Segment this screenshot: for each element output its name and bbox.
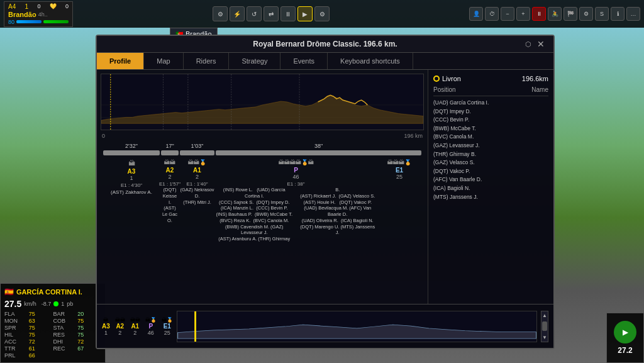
stat-cob-label: COB (53, 318, 77, 324)
list-item: (ICA) Bagioli N. (433, 184, 548, 193)
segment-time-labels: 2'32" 17" 1'03" 38" (103, 143, 421, 149)
list-item: (AFC) Van Baarle D. (433, 176, 548, 184)
stat-spr-label: SPR (4, 325, 28, 331)
seg-e1-icon: 🏔🏔🏔🏅 (387, 159, 411, 165)
bottom-seg-a2: 🏔🏔 A2 2 (115, 317, 125, 336)
stat-sta-label: STA (53, 325, 77, 331)
player-time: 4h.. (38, 11, 48, 18)
seg-col-a1: 🏔🏔🏅 A1 2 E1 : 1'40" (GAZ) Nekrasov D.(TH… (180, 159, 214, 242)
seg-p-time: E1 : 38" (287, 181, 304, 187)
hud-btn-extra[interactable]: … (626, 7, 640, 21)
list-item: (CCC) Bevin P. (433, 116, 548, 125)
stat-ttr-label: TTR (4, 345, 28, 352)
toolbar-btn-play[interactable]: ▶ (297, 6, 313, 21)
scroll-up[interactable]: ▲ (542, 313, 547, 318)
status-dot (53, 301, 58, 306)
toolbar-btn-4[interactable]: ⇄ (264, 6, 279, 21)
seg-bar-1 (103, 150, 160, 155)
scroll-thumb[interactable] (542, 321, 547, 331)
hud-btn-time[interactable]: ⏱ (485, 7, 499, 21)
bottom-seg-a1: 🏔🏔 A1 2 (130, 317, 140, 336)
hud-btn-minus[interactable]: − (501, 7, 514, 21)
bottom-left-hud: 🇪🇸 GARCÍA CORTINA I. 27.5 km/h -8.7 1 pb… (0, 283, 106, 363)
modal-bottom: 🏔 A3 1 🏔🏔 A2 2 🏔🏔 A1 2 🏔🏅 P 46 🏔🏅 (97, 304, 553, 348)
hud-btn-s[interactable]: S (595, 7, 609, 21)
stats-grid: FLA 75 BAR 20 MON 63 COB 75 SPR 75 STA 7… (4, 311, 101, 359)
seg-col-e1: 🏔🏔🏔🏅 E1 25 (377, 159, 421, 242)
stat-res-label: RES (53, 332, 77, 338)
hud-right-controls: 👤 ⏱ − + ⏸ 🚴 🏁 ⚙ S ℹ … (469, 7, 640, 21)
speed-unit: km/h (24, 301, 36, 307)
val4: pb (67, 301, 73, 307)
modal-close-button[interactable]: ✕ (535, 38, 547, 50)
modal-title-bar: Royal Bernard Drôme Classic. 196.6 km. ⬡… (97, 36, 553, 53)
seg-a1-num: 2 (196, 174, 199, 180)
tab-riders[interactable]: Riders (184, 53, 230, 69)
seg-a2-icon: 🏔🏔 (164, 159, 175, 165)
location-distance: 196.6km (522, 75, 548, 82)
name-header: Name (531, 86, 548, 93)
list-item: (THR) Ghirmay B. (433, 150, 548, 159)
seg-bar-4 (216, 150, 421, 155)
seg-time-2: 17" (161, 143, 179, 149)
seg-p-icons: 🏔🏔🏔🏔🏅🏔 (279, 159, 314, 165)
seg-e1-grade: E1 (396, 167, 403, 174)
profile-panel: 0 196 km 2'32" 17" 1'03" 38" (97, 70, 428, 304)
player-speed: 80 (8, 19, 14, 25)
hud-btn-info[interactable]: ℹ (611, 7, 625, 21)
list-item: (GAZ) Velasco S. (433, 159, 548, 167)
scrollbar[interactable]: ▲ ▼ (541, 311, 548, 342)
hud-btn-person[interactable]: 👤 (469, 7, 483, 21)
seg-a2-grade: A2 (166, 167, 174, 174)
stamina-bar (43, 20, 69, 23)
bottom-grade-a1: A1 (131, 323, 139, 330)
bottom-grade-a3: A3 (102, 323, 110, 330)
bottom-speed-value: 27.2 (618, 346, 632, 355)
toolbar-btn-2[interactable]: ⚡ (230, 6, 245, 21)
segments-container: 2'32" 17" 1'03" 38" 🏔 (101, 143, 424, 242)
bottom-seg-a3: 🏔 A3 1 (102, 317, 110, 336)
km-end: 196 km (404, 133, 423, 139)
hud-btn-pause[interactable]: ⏸ (532, 7, 546, 21)
location-dot (433, 75, 440, 82)
seg-time-3: 1'03" (180, 143, 214, 149)
seg-a1-time: E1 : 1'40" (186, 181, 208, 187)
km-start: 0 (102, 133, 105, 139)
stat-acc-label: ACC (4, 338, 28, 345)
modal-tabs: Profile Map Riders Strategy Events Keybo… (97, 53, 553, 70)
hud-btn-bike[interactable]: 🚴 (548, 7, 562, 21)
toolbar-btn-1[interactable]: ⚙ (213, 6, 228, 21)
tab-map[interactable]: Map (144, 53, 183, 69)
tab-events[interactable]: Events (280, 53, 328, 69)
current-speed: 27.5 (4, 299, 21, 309)
toolbar-btn-3[interactable]: ↺ (247, 6, 262, 21)
stat-fla-label: FLA (4, 311, 28, 317)
bottom-seg-e1: 🏔🏅 E1 25 (162, 317, 173, 336)
seg-a2-icons: 🏔🏔 (164, 159, 175, 165)
toolbar-btn-6[interactable]: ⚙ (314, 6, 330, 21)
hud-btn-plus[interactable]: + (516, 7, 530, 21)
seg-a3-num: 1 (130, 175, 133, 181)
seg-a2-time: E1 : 1'57" (159, 181, 180, 187)
toolbar-btn-5[interactable]: ⏸ (280, 6, 296, 21)
chart-km-labels: 0 196 km (101, 133, 424, 139)
modal-icon: ⬡ (525, 40, 531, 48)
seg-e1-icons: 🏔🏔🏔🏅 (387, 159, 411, 165)
list-item: (BVC) Canola M. (433, 133, 548, 142)
hud-btn-flag[interactable]: 🏁 (564, 7, 577, 21)
list-item: (DQT) Vakoc P. (433, 167, 548, 176)
hud-btn-gear[interactable]: ⚙ (579, 7, 593, 21)
seg-a3-time: E1 : 4'30" (121, 182, 142, 188)
seg-a2-num: 2 (168, 174, 171, 180)
segment-bars (103, 150, 421, 155)
energy-bar (16, 20, 42, 23)
seg-col-a3: 🏔 A3 1 E1 : 4'30" (AST) Zakharov A. (103, 159, 160, 242)
tab-profile[interactable]: Profile (97, 53, 144, 69)
seg-e1-num: 25 (396, 174, 402, 180)
bottom-grade-p: P (148, 323, 153, 330)
tab-strategy[interactable]: Strategy (229, 53, 280, 69)
seg-col-p: 🏔🏔🏔🏔🏅🏔 P 46 E1 : 38" (INS) Rowe L. (UAD)… (216, 159, 376, 242)
scroll-down[interactable]: ▼ (542, 335, 547, 340)
stat-empty (53, 352, 77, 359)
tab-keyboard[interactable]: Keyboard shortcuts (328, 53, 413, 69)
